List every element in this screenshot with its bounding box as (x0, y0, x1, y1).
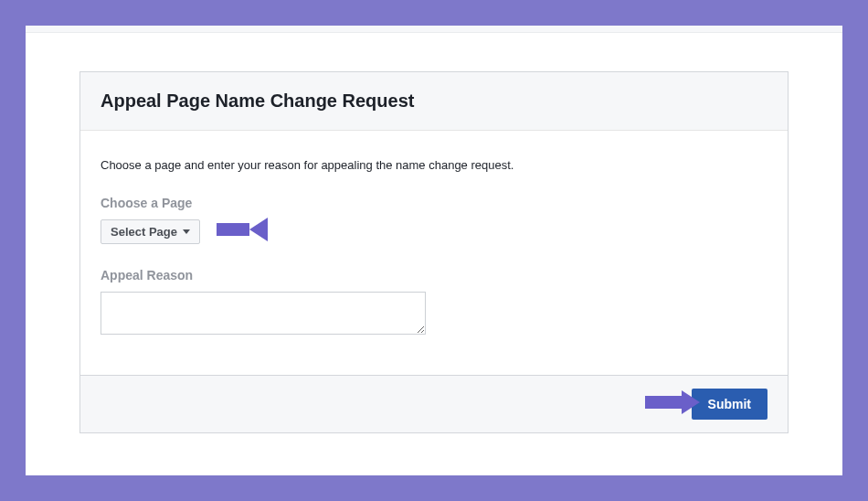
arrow-annotation-select (217, 218, 268, 241)
select-row: Select Page (101, 219, 767, 244)
appeal-reason-label: Appeal Reason (101, 268, 767, 282)
form-description: Choose a page and enter your reason for … (101, 158, 767, 172)
page-container: Appeal Page Name Change Request Choose a… (26, 26, 842, 475)
card-footer: Submit (80, 375, 788, 432)
card-body: Choose a page and enter your reason for … (80, 131, 788, 375)
arrow-head-icon (682, 390, 700, 414)
select-page-text: Select Page (111, 225, 177, 239)
submit-button[interactable]: Submit (692, 389, 767, 420)
arrow-body (217, 223, 249, 236)
page-title: Appeal Page Name Change Request (101, 91, 767, 112)
card-header: Appeal Page Name Change Request (80, 72, 788, 131)
arrow-annotation-submit (645, 390, 700, 414)
arrow-body (645, 396, 682, 409)
choose-page-label: Choose a Page (101, 196, 767, 210)
arrow-head-icon (249, 218, 268, 241)
top-bar (26, 26, 842, 33)
appeal-reason-textarea[interactable] (101, 292, 426, 335)
select-page-button[interactable]: Select Page (101, 219, 200, 244)
appeal-form-card: Appeal Page Name Change Request Choose a… (79, 71, 789, 433)
caret-down-icon (183, 229, 190, 234)
